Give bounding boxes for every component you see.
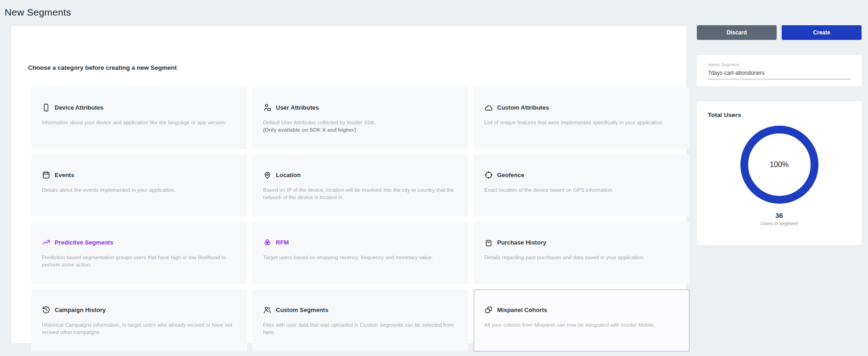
device-attributes-icon [42, 103, 50, 112]
category-card-description: Target users based on shopping recency, … [263, 254, 459, 261]
location-icon [263, 171, 272, 179]
category-card-description: List of unique features that were implem… [484, 119, 680, 126]
category-card-description: Details regarding past purchases and dat… [484, 254, 680, 261]
category-card-title: User Attributes [276, 104, 319, 111]
category-card-description: Details about the events implemented in … [42, 186, 237, 194]
category-cards-grid: Device Attributes Information about your… [31, 87, 689, 351]
category-card-description: All your cohorts from Mixpanel can now b… [484, 321, 680, 328]
campaign-history-icon [42, 306, 50, 314]
category-card-title: Custom Segments [276, 306, 328, 313]
category-card[interactable]: Custom Attributes List of unique feature… [474, 87, 689, 149]
category-card[interactable]: Geofence Exact location of the device ba… [474, 155, 689, 217]
page-title: New Segments [5, 7, 71, 18]
category-card[interactable]: Campaign History Historical Campaigns in… [31, 289, 247, 351]
category-card-description: Based on IP of the device, location will… [263, 186, 459, 201]
rfm-icon [263, 238, 272, 247]
users-count: 36 [775, 211, 783, 219]
category-card-description: Prediction based segmentation groups use… [42, 254, 237, 269]
category-card-description: Exact location of the device based on GP… [484, 186, 680, 194]
custom-segments-icon [263, 306, 272, 314]
panel-subtitle: Choose a category before creating a new … [28, 64, 177, 71]
total-users-title: Total Users [708, 111, 851, 118]
custom-attributes-icon [484, 103, 493, 112]
category-card-description: Default User Attributes collected by Ins… [263, 119, 459, 134]
category-card-description: Historical Campaigns information, to tar… [42, 321, 237, 336]
category-card[interactable]: Predictive Segments Prediction based seg… [31, 222, 247, 284]
category-card[interactable]: Events Details about the events implemen… [31, 155, 247, 217]
category-card-description: Information about your device and applic… [42, 119, 237, 126]
category-card[interactable]: RFM Target users based on shopping recen… [252, 222, 468, 284]
category-card[interactable]: Location Based on IP of the device, loca… [252, 155, 468, 217]
category-card[interactable]: Mixpanel Cohorts All your cohorts from M… [474, 289, 689, 351]
category-card[interactable]: Device Attributes Information about your… [31, 87, 247, 149]
total-users-donut-chart: 100% [740, 126, 818, 204]
user-attributes-icon [263, 103, 272, 112]
name-segment-card: Name Segment [697, 55, 862, 86]
mixpanel-cohorts-icon [484, 306, 493, 314]
total-users-card: Total Users 100% 36 Users in segment [697, 101, 862, 245]
category-card-title: Geofence [497, 172, 524, 178]
name-segment-label: Name Segment [708, 62, 851, 67]
name-segment-input[interactable] [708, 70, 851, 79]
category-card-title: Campaign History [55, 306, 106, 313]
category-card-title: Location [276, 172, 301, 178]
category-card-title: Predictive Segments [55, 239, 113, 246]
create-button[interactable]: Create [782, 25, 862, 40]
donut-percent-label: 100% [770, 161, 789, 169]
segment-category-panel: Choose a category before creating a new … [11, 26, 686, 343]
geofence-icon [484, 171, 493, 179]
predictive-segments-icon [42, 238, 50, 247]
category-card-title: Purchase History [497, 239, 546, 246]
category-card-title: Events [55, 172, 74, 178]
category-card-title: Custom Attributes [497, 104, 549, 111]
category-card-description: Files with user data that was uploaded i… [263, 321, 459, 336]
category-card-title: RFM [276, 239, 289, 246]
category-card-title: Device Attributes [55, 104, 103, 111]
users-count-caption: Users in segment [761, 221, 798, 226]
purchase-history-icon [484, 238, 493, 247]
discard-button[interactable]: Discard [697, 25, 777, 40]
category-card-title: Mixpanel Cohorts [497, 306, 547, 313]
category-card[interactable]: Purchase History Details regarding past … [474, 222, 689, 284]
events-icon [42, 171, 50, 179]
category-card[interactable]: User Attributes Default User Attributes … [252, 87, 468, 149]
category-card[interactable]: Custom Segments Files with user data tha… [252, 289, 468, 351]
